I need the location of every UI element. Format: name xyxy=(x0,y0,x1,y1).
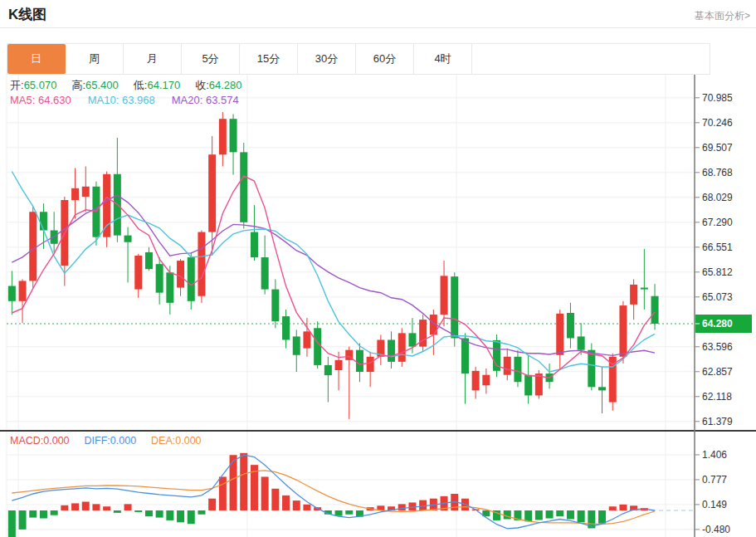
macd-label: MACD: xyxy=(10,435,43,447)
candle xyxy=(82,166,90,212)
macd-bar xyxy=(134,510,142,512)
candle xyxy=(282,310,290,349)
candle xyxy=(535,370,543,399)
current-price-tag: 64.280 xyxy=(695,315,752,333)
macd-bar xyxy=(103,506,110,510)
macd-bar xyxy=(8,510,16,537)
tab-4时[interactable]: 4时 xyxy=(414,44,472,74)
macd-bar xyxy=(71,503,79,510)
macd-bar xyxy=(177,510,184,522)
candle xyxy=(388,331,395,369)
candle xyxy=(588,344,595,391)
candle xyxy=(567,303,574,349)
axis-tick-label: 67.290 xyxy=(702,217,733,228)
close-readout: 收:64.280 xyxy=(195,78,241,93)
candle xyxy=(651,284,659,330)
ma-legend: MA5: 64.630 MA10: 63.968 MA20: 63.574 xyxy=(10,94,239,106)
dea-value: 0.000 xyxy=(175,435,201,447)
candle xyxy=(504,349,511,381)
macd-bar xyxy=(535,510,543,520)
axis-tick-label: 68.029 xyxy=(702,192,733,203)
dea-readout: DEA:0.000 xyxy=(151,435,201,447)
candle xyxy=(219,112,227,166)
ma5-value: 64.630 xyxy=(38,94,71,106)
candle xyxy=(114,138,121,242)
ma5-readout: MA5: 64.630 xyxy=(10,94,71,106)
candle xyxy=(482,369,490,393)
candle xyxy=(441,261,448,326)
low-readout: 低:64.170 xyxy=(134,78,180,93)
candle xyxy=(556,310,563,370)
ma20-readout: MA20: 63.574 xyxy=(172,94,239,106)
dea-label: DEA: xyxy=(151,435,175,447)
candle xyxy=(345,347,353,419)
kline-chart[interactable]: 70.98570.24669.50768.76868.02967.29066.5… xyxy=(0,73,756,537)
low-label: 低: xyxy=(134,79,148,91)
candle xyxy=(261,236,269,295)
candle xyxy=(419,315,427,352)
high-readout: 高:65.400 xyxy=(71,78,118,93)
macd-bar xyxy=(124,504,132,510)
high-value: 65.400 xyxy=(85,79,119,91)
tab-15分[interactable]: 15分 xyxy=(240,44,298,74)
axis-tick-label: 62.857 xyxy=(702,366,733,378)
y-axis-labels: 70.98570.24669.50768.76868.02967.29066.5… xyxy=(695,92,733,535)
candle xyxy=(71,168,79,218)
diff-value: 0.000 xyxy=(110,435,136,447)
candle xyxy=(398,328,406,367)
diff-readout: DIFF:0.000 xyxy=(85,435,137,447)
timeframe-tab-bar[interactable]: 日周月5分15分30分60分4时 xyxy=(7,43,710,75)
open-readout: 开:65.070 xyxy=(10,78,56,93)
macd-bar xyxy=(567,510,574,519)
axis-tick-label: 62.118 xyxy=(702,391,732,403)
open-value: 65.070 xyxy=(24,79,57,91)
candles xyxy=(8,112,659,419)
macd-bar xyxy=(51,510,58,515)
tab-30分[interactable]: 30分 xyxy=(298,44,356,74)
macd-bar xyxy=(303,505,310,510)
candle xyxy=(230,114,237,174)
axis-tick-label: 70.246 xyxy=(702,117,733,129)
macd-bar xyxy=(619,505,627,510)
candle xyxy=(145,247,153,271)
page-title: K线图 xyxy=(8,5,46,24)
tab-周[interactable]: 周 xyxy=(66,44,124,74)
ma20-label: MA20: xyxy=(172,94,203,106)
macd-bar xyxy=(556,510,563,516)
axis-tick-label: 63.596 xyxy=(702,341,733,353)
axis-tick-label: -0.480 xyxy=(702,524,730,535)
axis-tick-label: 0.149 xyxy=(702,499,727,510)
ma5-label: MA5: xyxy=(10,94,35,106)
candle xyxy=(493,334,500,377)
macd-bar xyxy=(345,510,353,515)
macd-bar xyxy=(524,510,532,521)
high-label: 高: xyxy=(71,79,85,91)
ohlc-readout: 开:65.070 高:65.400 低:64.170 收:64.280 xyxy=(10,78,242,93)
macd-bar xyxy=(335,510,343,516)
candle xyxy=(51,212,58,252)
macd-bar xyxy=(546,510,554,519)
axis-tick-label: 65.073 xyxy=(702,291,733,303)
macd-readout: MACD:0.000 xyxy=(10,435,70,447)
macd-bar xyxy=(145,510,153,516)
candle xyxy=(271,279,279,328)
candle xyxy=(124,227,132,282)
axis-tick-label: 66.551 xyxy=(702,242,733,253)
macd-bar xyxy=(61,505,68,510)
fundamental-analysis-link[interactable]: 基本面分析> xyxy=(695,9,750,23)
macd-legend: MACD:0.000 DIFF:0.000 DEA:0.000 xyxy=(10,435,202,447)
axis-tick-label: 61.379 xyxy=(702,416,733,427)
candle xyxy=(630,279,637,320)
macd-bar xyxy=(271,489,279,510)
gridlines xyxy=(7,73,695,537)
tab-60分[interactable]: 60分 xyxy=(356,44,414,74)
close-label: 收: xyxy=(195,79,209,91)
macd-bar xyxy=(282,496,290,510)
macd-bar xyxy=(230,455,237,510)
candle xyxy=(514,350,521,388)
tab-月[interactable]: 月 xyxy=(124,44,182,74)
macd-pane xyxy=(8,453,694,537)
tab-日[interactable]: 日 xyxy=(7,44,66,74)
candle xyxy=(367,352,374,388)
tab-5分[interactable]: 5分 xyxy=(182,44,240,74)
